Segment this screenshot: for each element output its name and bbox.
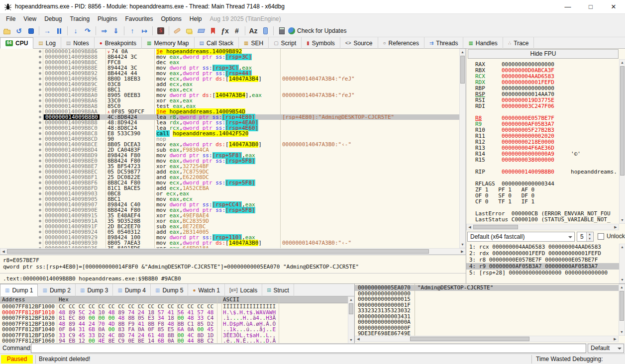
breakpoint-dot-icon[interactable] (0, 54, 43, 60)
breakpoint-dot-icon[interactable] (0, 196, 43, 202)
scroll-up-icon[interactable]: ▲ (620, 60, 625, 66)
string-references-button[interactable]: # (231, 25, 242, 36)
menu-item-plugins[interactable]: Plugins (94, 14, 121, 24)
appearance-button[interactable]: Az (248, 25, 259, 36)
menu-item-file[interactable]: File (2, 14, 19, 24)
step-out-button[interactable]: ⇓ (110, 25, 121, 36)
menu-item-favourites[interactable]: Favourites (121, 14, 157, 24)
breakpoint-dot-icon[interactable] (0, 120, 43, 125)
run-to-selection-button[interactable]: ⇒ (99, 25, 109, 36)
open-file-button[interactable] (1, 25, 12, 36)
tab-dump-5[interactable]: ▥Dump 5 (151, 284, 188, 296)
scroll-up-icon[interactable]: ▲ (460, 49, 465, 55)
breakpoint-dot-icon[interactable] (0, 109, 43, 114)
tab-cpu[interactable]: 64CPU (0, 37, 33, 49)
scroll-left-icon[interactable]: ◀ (0, 249, 6, 254)
restart-button[interactable]: ↺ (13, 25, 24, 36)
tab-notes[interactable]: ▤Notes (61, 37, 95, 49)
calling-convention-select[interactable]: Default (x64 fastcall) (467, 232, 575, 242)
register-list[interactable]: RAX 0000000000000000RBX 00000000D0ABCA3F… (466, 62, 619, 224)
scylla-button[interactable]: S (155, 25, 166, 36)
dump-vscrollbar[interactable]: ▲ ▼ (348, 296, 354, 344)
argument-row[interactable]: 1: rcx 000000004AAD6583 000000004AAD6583 (466, 244, 619, 250)
breakpoint-dot-icon[interactable] (0, 82, 43, 87)
menu-item-help[interactable]: Help (186, 14, 206, 24)
tab-references[interactable]: ○References (378, 37, 424, 49)
minimize-button[interactable]: — (556, 0, 579, 14)
argument-row[interactable]: 5: [rsp+28] 0000000000000000 00000000000… (466, 270, 619, 276)
scroll-down-icon[interactable]: ▼ (620, 277, 625, 283)
scroll-thumb[interactable] (349, 303, 353, 314)
tab-dump-1[interactable]: ▥Dump 1 (0, 284, 38, 296)
argument-row[interactable]: 4: r9 00000000AF05B3A7 00000000AF05B3A7 (466, 263, 619, 270)
breakpoint-dot-icon[interactable] (0, 87, 43, 92)
breakpoint-dot-icon[interactable] (0, 76, 43, 82)
calculator-button[interactable] (276, 25, 287, 36)
dump-rows[interactable]: 00007FF812BF1000CC CC CC CC CC CC CC CC … (0, 304, 348, 344)
breakpoint-dot-icon[interactable] (0, 175, 43, 180)
run-to-user-code-button[interactable]: ↦ (139, 25, 150, 36)
tab-memory-map[interactable]: ▦Memory Map (142, 37, 194, 49)
tab-symbols[interactable]: ▮Symbols (302, 37, 340, 49)
tab-call-stack[interactable]: ▤Call Stack (195, 37, 239, 49)
breakpoint-dot-icon[interactable] (0, 136, 43, 142)
scroll-up-icon[interactable]: ▲ (348, 297, 354, 303)
patches-button[interactable] (172, 25, 183, 36)
breakpoint-dot-icon[interactable] (0, 71, 43, 76)
tab-trace[interactable]: ∴Trace (503, 37, 534, 49)
breakpoint-dot-icon[interactable] (0, 169, 43, 175)
disassembly-hscrollbar[interactable]: ◀ ▶ (0, 248, 466, 255)
stepper-arrows-icon[interactable]: ▲▼ (586, 232, 593, 241)
stop-button[interactable] (25, 25, 36, 36)
step-into-button[interactable]: ↓ (70, 25, 81, 36)
scroll-right-icon[interactable]: ▶ (612, 336, 618, 342)
close-button[interactable]: ✕ (602, 0, 625, 14)
breakpoint-dot-icon[interactable] (0, 180, 43, 185)
breakpoint-dot-icon[interactable] (0, 218, 43, 224)
tab-watch-1[interactable]: ●Watch 1 (188, 284, 225, 296)
pause-button[interactable] (54, 25, 65, 36)
arguments-vscrollbar[interactable]: ▲ ▼ (619, 244, 625, 283)
scroll-up-icon[interactable]: ▲ (619, 284, 625, 290)
attach-button[interactable] (260, 25, 271, 36)
bookmarks-button[interactable] (208, 25, 218, 36)
breakpoint-dot-icon[interactable] (0, 158, 43, 164)
unlocked-checkbox[interactable] (598, 233, 604, 240)
labels-button[interactable] (196, 25, 207, 36)
comments-button[interactable] (184, 25, 195, 36)
scroll-thumb[interactable] (473, 225, 518, 229)
breakpoint-dot-icon[interactable] (0, 229, 43, 235)
tab-seh[interactable]: ▦SEH (239, 37, 269, 49)
tab-dump-3[interactable]: ▥Dump 3 (76, 284, 113, 296)
scroll-left-icon[interactable]: ◀ (467, 224, 473, 230)
scroll-thumb[interactable] (410, 337, 529, 341)
breakpoint-dot-icon[interactable] (0, 131, 43, 136)
tab-threads[interactable]: ⇉Threads (424, 37, 463, 49)
stack-hscrollbar[interactable]: ◀ ▶ (355, 336, 619, 342)
breakpoint-dot-icon[interactable] (0, 114, 43, 120)
tab-struct[interactable]: ⊞Struct (262, 284, 294, 296)
scroll-left-icon[interactable]: ◀ (355, 336, 361, 342)
breakpoint-dot-icon[interactable] (0, 92, 43, 98)
maximize-button[interactable]: □ (579, 0, 602, 14)
scroll-down-icon[interactable]: ▼ (460, 242, 465, 248)
disassembly-vscrollbar[interactable]: ▲ ▼ (459, 49, 466, 248)
scroll-down-icon[interactable]: ▼ (619, 329, 625, 335)
scroll-thumb[interactable] (7, 249, 429, 254)
run-button[interactable]: → (42, 25, 53, 36)
tab-dump-2[interactable]: ▥Dump 2 (38, 284, 75, 296)
scroll-right-icon[interactable]: ▶ (613, 224, 619, 230)
breakpoint-dot-icon[interactable] (0, 49, 43, 54)
breakpoint-dot-icon[interactable] (0, 213, 43, 218)
breakpoint-dot-icon[interactable] (0, 65, 43, 71)
scroll-up-icon[interactable]: ▲ (620, 244, 625, 250)
menu-item-tracing[interactable]: Tracing (66, 14, 94, 24)
breakpoint-dot-icon[interactable] (0, 164, 43, 169)
scroll-down-icon[interactable]: ▼ (348, 337, 354, 343)
breakpoint-dot-icon[interactable] (0, 147, 43, 153)
tab-source[interactable]: <>Source (340, 37, 378, 49)
registers-hscrollbar[interactable]: ◀ ▶ (466, 224, 619, 230)
breakpoint-dot-icon[interactable] (0, 98, 43, 103)
breakpoint-dot-icon[interactable] (0, 202, 43, 207)
argument-count-stepper[interactable]: 5 ▲▼ (577, 232, 594, 242)
